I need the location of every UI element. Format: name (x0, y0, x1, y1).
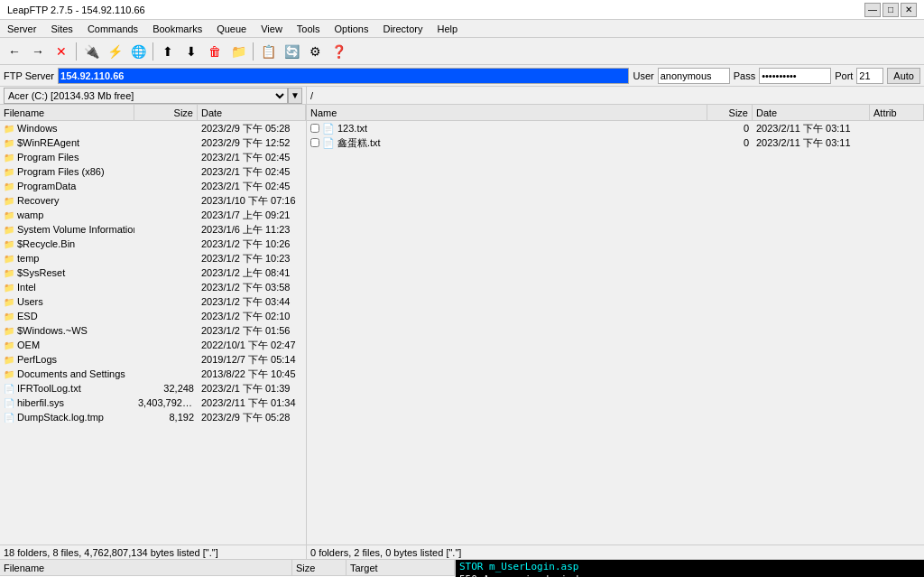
user-label: User (633, 70, 653, 81)
mkdir-button[interactable]: 📁 (227, 41, 249, 62)
port-label: Port (835, 70, 853, 81)
left-col-filename[interactable]: Filename (0, 105, 134, 120)
left-col-date[interactable]: Date (198, 105, 306, 120)
menu-bookmarks[interactable]: Bookmarks (145, 20, 209, 37)
list-item[interactable]: 📁 $WinREAgent 2023/2/9 下午 12:52 (0, 135, 306, 150)
left-file-scroll[interactable]: 📁 Windows 2023/2/9 下午 05:28 📁 $WinREAgen… (0, 121, 306, 544)
file-checkbox[interactable] (310, 124, 319, 133)
refresh-button[interactable]: 🔄 (281, 41, 302, 62)
menu-bar: Server Sites Commands Bookmarks Queue Vi… (0, 20, 924, 38)
file-date: 2023/2/11 下午 03:11 (753, 136, 870, 150)
left-list-header: Filename Size Date (0, 105, 306, 121)
queue-col-target: Target (346, 560, 455, 575)
file-date: 2023/2/1 下午 02:45 (198, 151, 306, 164)
drive-select[interactable]: Acer (C:) [20134.93 Mb free] (4, 88, 288, 104)
list-item[interactable]: 📁 Documents and Settings 2013/8/22 下午 10… (0, 367, 306, 381)
menu-view[interactable]: View (254, 20, 290, 37)
list-item[interactable]: 📁 $Recycle.Bin 2023/1/2 下午 10:26 (0, 237, 306, 251)
maximize-button[interactable]: □ (882, 3, 899, 17)
queue-button[interactable]: 📋 (257, 41, 279, 62)
left-col-size[interactable]: Size (134, 105, 198, 120)
list-item[interactable]: 📄 hiberfil.sys 3,403,792,384 2023/2/11 下… (0, 396, 306, 410)
list-item[interactable]: 📁 Windows 2023/2/9 下午 05:28 (0, 121, 306, 135)
list-item[interactable]: 📁 $Windows.~WS 2023/1/2 下午 01:56 (0, 323, 306, 338)
file-icon: 📁 (4, 254, 14, 264)
menu-server[interactable]: Server (0, 20, 43, 37)
menu-sites[interactable]: Sites (43, 20, 79, 37)
list-item[interactable]: 📁 ESD 2023/1/2 下午 02:10 (0, 309, 306, 323)
list-item[interactable]: 📄 123.txt 0 2023/2/11 下午 03:11 (307, 121, 924, 135)
file-icon: 📁 (4, 326, 14, 336)
list-item[interactable]: 📁 ProgramData 2023/2/1 下午 02:45 (0, 179, 306, 193)
file-icon: 📁 (4, 268, 14, 278)
menu-directory[interactable]: Directory (375, 20, 430, 37)
left-panel-scroll-btn[interactable]: ▼ (288, 88, 302, 104)
file-date: 2023/1/2 下午 03:58 (198, 281, 306, 294)
bottom-area: Filename Size Target 550 Access is denie… (0, 559, 924, 577)
file-date: 2019/12/7 下午 05:14 (198, 353, 306, 367)
auto-button[interactable]: Auto (887, 68, 920, 84)
main-area: Acer (C:) [20134.93 Mb free] ▼ Filename … (0, 87, 924, 559)
window-controls[interactable]: — □ ✕ (864, 3, 917, 17)
help-toolbar-button[interactable]: ❓ (328, 41, 349, 62)
minimize-button[interactable]: — (864, 3, 881, 17)
user-input[interactable] (658, 68, 730, 84)
file-name: System Volume Information (17, 224, 134, 235)
delete-button[interactable]: 🗑 (204, 41, 226, 62)
right-file-list: Name Size Date Attrib 📄 123.txt 0 2023/2… (307, 105, 924, 544)
list-item[interactable]: 📁 $SysReset 2023/1/2 上午 08:41 (0, 265, 306, 280)
menu-options[interactable]: Options (328, 20, 376, 37)
file-checkbox[interactable] (310, 138, 319, 147)
file-date: 2023/1/6 上午 11:23 (198, 223, 306, 237)
connect-button[interactable]: 🔌 (80, 41, 102, 62)
disconnect-button[interactable]: ⚡ (104, 41, 125, 62)
file-icon: 📁 (4, 297, 14, 307)
list-item[interactable]: 📄 DumpStack.log.tmp 8,192 2023/2/9 下午 05… (0, 410, 306, 424)
forward-button[interactable]: → (27, 41, 49, 62)
file-date: 2023/2/11 下午 01:34 (198, 396, 306, 410)
file-name: $Recycle.Bin (17, 238, 75, 249)
right-col-name[interactable]: Name (307, 105, 707, 120)
download-button[interactable]: ⬇ (180, 41, 202, 62)
back-button[interactable]: ← (4, 41, 25, 62)
list-item[interactable]: 📄 鑫蛋糕.txt 0 2023/2/11 下午 03:11 (307, 135, 924, 150)
ftp-url-input[interactable] (58, 68, 629, 84)
menu-tools[interactable]: Tools (290, 20, 328, 37)
pass-input[interactable] (759, 68, 831, 84)
right-file-scroll[interactable]: 📄 123.txt 0 2023/2/11 下午 03:11 📄 鑫蛋糕.txt… (307, 121, 924, 544)
file-icon: 📁 (4, 153, 14, 163)
list-item[interactable]: 📁 Recovery 2023/1/10 下午 07:16 (0, 193, 306, 208)
log-content[interactable]: 550 Access is denied.TYPE I200 Type set … (456, 560, 924, 577)
right-panel: / Name Size Date Attrib 📄 123.txt 0 2023… (307, 87, 924, 559)
left-panel-header: Acer (C:) [20134.93 Mb free] ▼ (0, 87, 306, 105)
right-col-size[interactable]: Size (707, 105, 753, 120)
list-item[interactable]: 📁 System Volume Information 2023/1/6 上午 … (0, 222, 306, 237)
site-manager-button[interactable]: 🌐 (127, 41, 149, 62)
stop-button[interactable]: ✕ (51, 41, 72, 62)
list-item[interactable]: 📁 temp 2023/1/2 下午 10:23 (0, 251, 306, 265)
list-item[interactable]: 📄 IFRToolLog.txt 32,248 2023/2/1 下午 01:3… (0, 381, 306, 396)
list-item[interactable]: 📁 Users 2023/1/2 下午 03:44 (0, 294, 306, 309)
right-col-date[interactable]: Date (753, 105, 870, 120)
menu-queue[interactable]: Queue (209, 20, 254, 37)
right-col-attrib[interactable]: Attrib (870, 105, 924, 120)
file-name: hiberfil.sys (17, 397, 64, 408)
menu-commands[interactable]: Commands (80, 20, 145, 37)
upload-button[interactable]: ⬆ (157, 41, 179, 62)
right-list-header: Name Size Date Attrib (307, 105, 924, 121)
list-item[interactable]: 📁 wamp 2023/1/7 上午 09:21 (0, 208, 306, 222)
list-item[interactable]: 📁 Program Files 2023/2/1 下午 02:45 (0, 150, 306, 164)
close-button[interactable]: ✕ (901, 3, 917, 17)
settings-button[interactable]: ⚙ (304, 41, 326, 62)
list-item[interactable]: 📁 Program Files (x86) 2023/2/1 下午 02:45 (0, 164, 306, 179)
app-title: LeapFTP 2.7.5 - 154.92.110.66 (7, 5, 145, 15)
list-item[interactable]: 📁 PerfLogs 2019/12/7 下午 05:14 (0, 352, 306, 367)
file-name: DumpStack.log.tmp (17, 412, 104, 423)
file-icon: 📄 (4, 413, 14, 423)
ftp-server-label: FTP Server (4, 70, 54, 81)
menu-help[interactable]: Help (430, 20, 465, 37)
list-item[interactable]: 📁 OEM 2022/10/1 下午 02:47 (0, 338, 306, 352)
file-name: temp (17, 253, 39, 264)
port-input[interactable] (856, 68, 883, 84)
list-item[interactable]: 📁 Intel 2023/1/2 下午 03:58 (0, 280, 306, 294)
